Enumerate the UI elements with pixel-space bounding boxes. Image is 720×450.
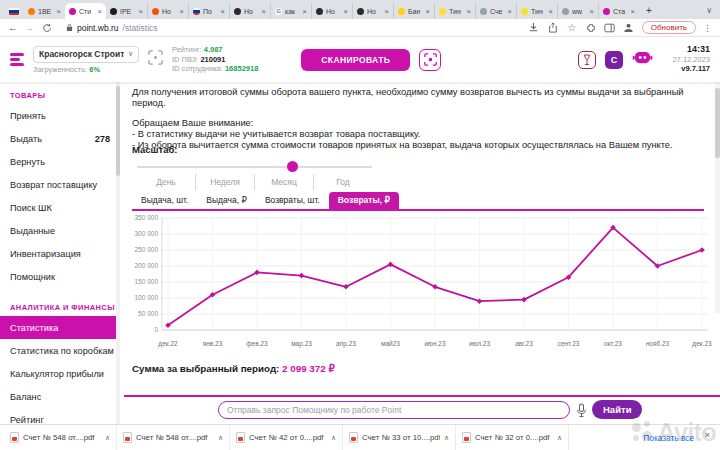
bookmark-star-icon[interactable]: ☆: [566, 22, 578, 34]
qr-scan-button[interactable]: [419, 49, 441, 71]
scale-slider[interactable]: [137, 166, 372, 168]
tab-close-icon[interactable]: ×: [385, 8, 389, 15]
download-file-chip[interactable]: Счет № 548 от....pdf ∧: [4, 425, 117, 450]
browser-tab[interactable]: Бан ×: [393, 3, 434, 19]
new-tab-button[interactable]: +: [641, 3, 657, 19]
profile-icon[interactable]: [623, 22, 635, 34]
sidebar-item-label: Вернуть: [10, 157, 45, 167]
update-button[interactable]: Обновить: [642, 21, 696, 34]
download-file-chip[interactable]: Счет № 548 от....pdf ∧: [117, 425, 230, 450]
download-file-chip[interactable]: Счет № 42 от 0....pdf ∧: [230, 425, 343, 450]
sidebar-scrollbar[interactable]: [116, 82, 120, 424]
forward-icon[interactable]: →: [25, 20, 35, 36]
tab-close-icon[interactable]: ×: [467, 8, 471, 15]
chevron-up-icon[interactable]: ∧: [557, 434, 562, 442]
browser-tab[interactable]: Тин ×: [434, 3, 475, 19]
download-icon[interactable]: [528, 22, 540, 34]
sidebar-item[interactable]: Поиск ШК: [0, 196, 120, 219]
pinned-tab[interactable]: [4, 3, 24, 19]
tab-close-icon[interactable]: ×: [57, 8, 61, 15]
chevron-up-icon[interactable]: ∧: [105, 434, 110, 442]
tab-close-icon[interactable]: ×: [180, 8, 184, 15]
sidebar-item[interactable]: Калькулятор прибыли: [0, 362, 120, 385]
browser-tab[interactable]: Ста ×: [598, 3, 639, 19]
svg-text:50 000: 50 000: [138, 310, 158, 317]
browser-tab[interactable]: Но ×: [311, 3, 352, 19]
slider-thumb[interactable]: [287, 161, 298, 172]
hamburger-menu-icon[interactable]: [10, 53, 24, 66]
browser-tab[interactable]: Но ×: [352, 3, 393, 19]
tab-close-icon[interactable]: ×: [139, 8, 143, 15]
browser-tab[interactable]: ww ×: [557, 3, 598, 19]
scale-option-week[interactable]: Неделя: [195, 174, 254, 190]
download-file-chip[interactable]: Счет № 33 от 10....pdf ∧: [343, 425, 456, 450]
tab-close-icon[interactable]: ×: [508, 8, 512, 15]
tab-close-icon[interactable]: ×: [98, 8, 102, 15]
tab-close-icon[interactable]: ×: [426, 8, 430, 15]
browser-tab[interactable]: IPE ×: [106, 3, 147, 19]
tab-close-icon[interactable]: ×: [549, 8, 553, 15]
url-host: point.wb.ru: [77, 23, 119, 33]
tab-close-icon[interactable]: ×: [221, 8, 225, 15]
c-app-icon[interactable]: C: [605, 51, 623, 69]
browser-tab[interactable]: По ×: [188, 3, 229, 19]
address-bar[interactable]: point.wb.ru/statistics: [66, 23, 521, 33]
share-icon[interactable]: [547, 22, 559, 34]
chevron-up-icon[interactable]: ∧: [218, 434, 223, 442]
assistant-input[interactable]: [218, 401, 570, 419]
chevron-up-icon[interactable]: ∧: [444, 434, 449, 442]
tab-returns-qty[interactable]: Возвраты, шт.: [256, 192, 329, 209]
sidebar-item-label: Помощник: [10, 272, 55, 282]
office-selector[interactable]: Красногорск Строит ∨: [33, 46, 139, 63]
scan-button[interactable]: СКАНИРОВАТЬ: [301, 49, 410, 71]
scale-option-day[interactable]: День: [137, 174, 195, 190]
back-icon[interactable]: ←: [8, 20, 18, 36]
reload-icon[interactable]: [41, 22, 53, 34]
sidebar-item[interactable]: Инвентаризация: [0, 242, 120, 265]
assistant-robot-icon[interactable]: [632, 50, 653, 69]
sidebar-item[interactable]: Помощник: [0, 265, 120, 288]
sidebar-item[interactable]: Баланс: [0, 385, 120, 408]
sidebar-item-label: Статистика по коробкам: [10, 346, 114, 356]
tab-close-icon[interactable]: ×: [303, 8, 307, 15]
browser-tab[interactable]: Но ×: [147, 3, 188, 19]
side-panel-icon[interactable]: [604, 22, 616, 34]
show-all-downloads-link[interactable]: Показать все: [643, 433, 694, 443]
browser-tab[interactable]: Тин ×: [516, 3, 557, 19]
browser-tab[interactable]: Сти ×: [65, 3, 106, 19]
tab-close-icon[interactable]: ×: [344, 8, 348, 15]
page-scrollbar[interactable]: [715, 82, 720, 313]
browser-tab[interactable]: 1ВЕ ×: [24, 3, 65, 19]
browser-tab[interactable]: G как ×: [270, 3, 311, 19]
downloads-close-icon[interactable]: ×: [705, 430, 710, 440]
tab-returns-rub[interactable]: Возвраты, ₽: [329, 192, 399, 209]
sidebar-item-label: Выданные: [10, 226, 55, 236]
download-file-name: Счет № 548 от....pdf: [23, 433, 95, 442]
microphone-icon[interactable]: [576, 403, 587, 422]
tab-close-icon[interactable]: ×: [590, 8, 594, 15]
tab-close-icon[interactable]: ×: [262, 8, 266, 15]
browser-menu-kebab-icon[interactable]: ⋮: [703, 23, 712, 33]
fullscreen-scan-icon[interactable]: [148, 50, 163, 69]
sidebar-item[interactable]: Выдать 278: [0, 127, 120, 150]
tab-search-chevron-icon[interactable]: ∨: [706, 3, 712, 19]
find-button[interactable]: Найти: [592, 400, 642, 419]
tab-issued-rub[interactable]: Выдача, ₽: [197, 192, 256, 209]
sidebar-item[interactable]: Принять: [0, 104, 120, 127]
download-file-chip[interactable]: Счет № 32 от 0....pdf ∧: [456, 425, 569, 450]
sidebar-item[interactable]: Статистика: [0, 316, 120, 339]
browser-tab[interactable]: Сче ×: [475, 3, 516, 19]
sidebar-item[interactable]: Возврат поставщику: [0, 173, 120, 196]
tab-close-icon[interactable]: ×: [631, 8, 635, 15]
scale-option-month[interactable]: Месяц: [254, 174, 313, 190]
sidebar-item[interactable]: Выданные: [0, 219, 120, 242]
sidebar-item[interactable]: Рейтинг: [0, 408, 120, 424]
browser-tab[interactable]: Но ×: [229, 3, 270, 19]
sidebar-item[interactable]: Статистика по коробкам: [0, 339, 120, 362]
scale-option-year[interactable]: Год: [313, 174, 372, 190]
extensions-puzzle-icon[interactable]: [585, 22, 597, 34]
sidebar-item[interactable]: Вернуть: [0, 150, 120, 173]
wine-glass-icon[interactable]: [578, 51, 596, 69]
chevron-up-icon[interactable]: ∧: [331, 434, 336, 442]
tab-issued-qty[interactable]: Выдача, шт.: [132, 192, 197, 209]
